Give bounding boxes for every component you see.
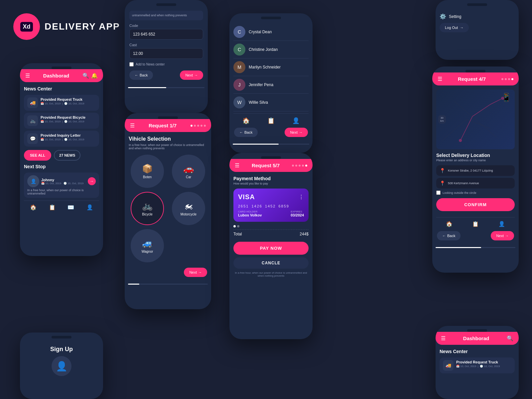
next-button[interactable]: Next → <box>180 70 203 80</box>
next-button[interactable]: Next → <box>285 128 308 137</box>
avatar-willie: W <box>233 96 245 108</box>
phone-notch <box>52 336 71 338</box>
visa-expires-label: EXPIRES <box>291 210 304 213</box>
delivery-header-title: Request 4/7 <box>442 76 501 82</box>
bell-icon[interactable]: 🔔 <box>91 72 98 79</box>
news-count-button[interactable]: 27 NEWS <box>54 150 80 161</box>
visa-number: 2651142614526859 <box>238 204 304 208</box>
back-button[interactable]: ← Back <box>437 231 461 240</box>
contact-jennifer: Jennifer Pena <box>249 82 273 87</box>
circle-checkbox[interactable] <box>436 191 441 195</box>
circle-label: Looking outside the circle <box>443 191 476 195</box>
request-dots <box>501 78 513 80</box>
signup-avatar-area: 👤 <box>24 356 99 376</box>
code-input[interactable] <box>129 29 203 40</box>
phone-notch <box>466 70 485 72</box>
back-button[interactable]: ← Back <box>129 70 153 80</box>
list-icon[interactable]: 📋 <box>49 204 56 210</box>
menu-icon[interactable]: ☰ <box>130 122 135 129</box>
list-tab-icon[interactable]: 📋 <box>267 117 275 124</box>
phone-notch <box>467 3 487 6</box>
see-all-button[interactable]: SEE ALL <box>24 150 51 161</box>
logout-button[interactable]: Log Out → <box>440 23 469 32</box>
wagnor-icon: 🚙 <box>142 238 153 248</box>
mail-icon[interactable]: ✉️ <box>67 204 74 210</box>
delivery-body: 30km 📱 Select Delivery Location Please e… <box>432 85 519 244</box>
add-news-checkbox-row: Add to News center <box>129 62 203 66</box>
news-item: 🚚 Provided Request Truck 📅 10, Oct, 2019… <box>24 95 99 111</box>
truck-icon: 🚚 <box>443 360 454 371</box>
confirm-button[interactable]: CONFIRM <box>436 198 515 211</box>
menu-icon[interactable]: ☰ <box>235 162 239 169</box>
news-meta-3: 📅 10, Oct, 2019 | 🕐 10, Oct, 2019 <box>41 138 84 141</box>
arrow-right-icon[interactable]: → <box>88 177 96 185</box>
menu-icon[interactable]: ☰ <box>441 335 446 341</box>
payment-body: Payment Method How would you like to pay… <box>229 172 313 281</box>
list-icon[interactable]: 📋 <box>472 221 479 227</box>
xd-label: Xd <box>20 22 33 32</box>
avatar-crystal: C <box>233 26 245 38</box>
menu-icon[interactable]: ☰ <box>438 76 442 82</box>
profile-icon[interactable]: 👤 <box>86 204 93 210</box>
phone-settings: ⚙️ Setting Log Out → <box>436 0 519 60</box>
visa-menu-icon[interactable]: ⋮ <box>299 194 304 200</box>
phone-notch <box>261 156 281 159</box>
back-button[interactable]: ← Back <box>234 128 258 137</box>
dot-5 <box>204 125 206 127</box>
add-news-checkbox[interactable] <box>129 62 134 66</box>
vehicle-nav: Next → <box>129 268 207 277</box>
next-stop-desc: In a free hour, when our power of choice… <box>27 189 96 195</box>
cast-input[interactable] <box>129 48 203 59</box>
letter-icon: 💬 <box>27 133 38 144</box>
next-button[interactable]: Next → <box>184 268 207 277</box>
search-icon[interactable]: 🔍 <box>82 72 89 79</box>
payment-subtitle: How would you like to pay <box>233 182 309 185</box>
home-icon[interactable]: 🏠 <box>446 221 453 227</box>
profile-icon[interactable]: 👤 <box>498 221 505 227</box>
bicycle-icon: 🚲 <box>142 201 153 211</box>
phone-contacts: C Crystal Dean C Christine Jordan M Mari… <box>229 13 313 153</box>
search-icon[interactable]: 🔍 <box>507 335 513 341</box>
dot-2 <box>194 125 196 127</box>
request-dots <box>191 125 206 127</box>
visa-expires: 03/2024 <box>291 213 304 217</box>
vehicle-motorcycle[interactable]: 🏍 Motorcycle <box>172 192 205 225</box>
profile-tab-icon[interactable]: 👤 <box>292 117 300 124</box>
home-icon[interactable]: 🏠 <box>30 204 37 210</box>
setting-row: ⚙️ Setting <box>440 10 515 23</box>
vehicle-bicycle[interactable]: 🚲 Bicycle <box>131 192 164 225</box>
location-to: 📍 508 Kertzmann Avenue <box>436 178 515 189</box>
contact-item: M Marilyn Schneider <box>233 59 309 76</box>
bottom-nav: 🏠 📋 ✉️ 👤 <box>24 200 99 212</box>
dashboard-body: News Center 🚚 Provided Request Truck 📅 1… <box>20 82 103 216</box>
home-tab-icon[interactable]: 🏠 <box>242 117 250 124</box>
news-item: 🚲 Provided Request Bicycle 📅 10, Oct, 20… <box>24 113 99 129</box>
contact-marilyn: Marilyn Schneider <box>249 65 281 69</box>
contacts-nav: ← Back Next → <box>233 128 309 137</box>
circle-checkbox-row: Looking outside the circle <box>436 191 515 195</box>
form-nav-row: ← Back Next → <box>129 70 203 80</box>
dash2-title: Dashborad <box>446 335 507 341</box>
phone-notch <box>158 116 178 119</box>
vehicle-header: ☰ Request 1/7 <box>125 119 211 132</box>
news-meta-1: 📅 10, Oct, 2019 | 🕐 10, Oct, 2019 <box>41 102 84 105</box>
payment-header-title: Request 5/7 <box>239 163 292 168</box>
dash2-news-title-item: Provided Request Truck <box>456 360 500 364</box>
checkbox-label: Add to News center <box>136 63 165 66</box>
vehicle-wagnor[interactable]: 🚙 Wagnor <box>131 229 164 262</box>
menu-icon[interactable]: ☰ <box>25 72 30 79</box>
vehicle-section-title: Vihicle Selection <box>129 136 207 142</box>
dash2-body: News Center 🚚 Provided Request Truck 📅 1… <box>436 345 519 379</box>
contact-christine: Christine Jordan <box>249 47 278 52</box>
pay-now-button[interactable]: PAY NOW <box>233 242 309 255</box>
vehicle-car[interactable]: 🚗 Car <box>172 155 205 188</box>
brand-area: Xd DELIVERY APP <box>13 13 120 40</box>
vehicle-boten[interactable]: 📦 Boten <box>131 155 164 188</box>
visa-logo: VISA <box>238 193 255 201</box>
svg-line-0 <box>442 119 466 141</box>
cancel-button[interactable]: CANCLE <box>233 257 309 269</box>
next-stop-name: Johnny <box>41 178 83 182</box>
next-button[interactable]: Next → <box>491 231 514 240</box>
phone-notch <box>52 66 71 69</box>
news-title-1: Provided Request Truck <box>41 97 84 101</box>
